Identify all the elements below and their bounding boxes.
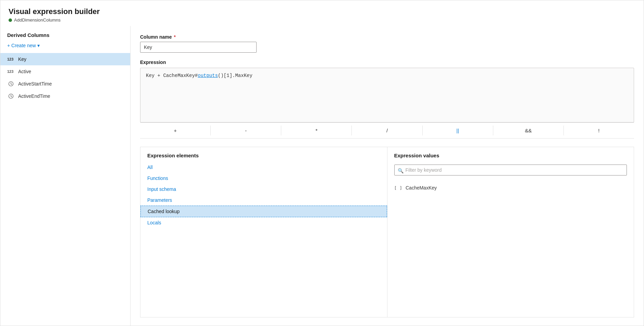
column-name-label: Column name * [140, 34, 634, 40]
header-subtitle: AddDimensionColumns [9, 17, 635, 23]
column-name-section: Column name * [140, 34, 634, 53]
active-label: Active [18, 69, 31, 74]
sidebar-section-title: Derived Columns [0, 26, 130, 41]
bracket-icon: [ ] [394, 185, 402, 191]
expression-section: Expression Key + CacheMaxKey#outputs()[1… [140, 60, 634, 122]
expression-link[interactable]: outputs [198, 73, 218, 78]
operator-divide[interactable]: / [352, 126, 422, 135]
element-functions[interactable]: Functions [140, 173, 387, 184]
operator-not[interactable]: ! [564, 126, 634, 135]
chevron-down-icon: ▾ [37, 43, 40, 48]
create-new-button[interactable]: + Create new ▾ [0, 41, 130, 53]
bottom-panels: Expression elements All Functions Input … [140, 147, 634, 317]
element-locals[interactable]: Locals [140, 217, 387, 228]
elements-list: All Functions Input schema Parameters Ca… [140, 162, 387, 232]
sidebar-item-key[interactable]: 123 Key [0, 53, 130, 65]
expression-code-before: Key + CacheMaxKey# [146, 73, 198, 78]
main-layout: Derived Columns + Create new ▾ 123 Key 1… [0, 26, 644, 326]
key-icon-text: 123 [7, 57, 15, 61]
activeStartTime-label: ActiveStartTime [18, 81, 52, 87]
expression-elements-panel: Expression elements All Functions Input … [140, 147, 387, 317]
app-container: Visual expression builder AddDimensionCo… [0, 0, 644, 326]
expression-label: Expression [140, 60, 634, 65]
element-cached-lookup[interactable]: Cached lookup [140, 206, 387, 217]
operator-plus[interactable]: + [140, 126, 211, 135]
expression-values-title: Expression values [387, 147, 634, 162]
expression-values-panel: Expression values 🔍 [ ] CacheMaxKey [387, 147, 634, 317]
sidebar: Derived Columns + Create new ▾ 123 Key 1… [0, 26, 131, 326]
expression-editor[interactable]: Key + CacheMaxKey#outputs()[1].MaxKey [140, 68, 634, 122]
value-label: CacheMaxKey [406, 185, 437, 191]
operator-and[interactable]: && [493, 126, 564, 135]
create-new-label: + Create new [7, 43, 36, 48]
subtitle-text: AddDimensionColumns [14, 17, 61, 23]
operator-bar: + - * / || && ! [140, 122, 634, 139]
element-input-schema[interactable]: Input schema [140, 184, 387, 195]
expression-code-after: ()[1].MaxKey [218, 73, 252, 78]
operator-multiply[interactable]: * [281, 126, 352, 135]
page-title: Visual expression builder [9, 7, 635, 16]
required-star: * [174, 34, 175, 40]
main-content: Column name * Expression Key + CacheMaxK… [131, 26, 644, 326]
value-cachMaxKey[interactable]: [ ] CacheMaxKey [394, 182, 627, 193]
values-list: [ ] CacheMaxKey [387, 180, 634, 196]
element-all[interactable]: All [140, 162, 387, 173]
sidebar-item-activeEndTime[interactable]: ActiveEndTime [0, 90, 130, 102]
key-label: Key [18, 56, 26, 62]
expression-elements-title: Expression elements [140, 147, 387, 162]
header: Visual expression builder AddDimensionCo… [0, 0, 644, 26]
clock-icon-start [7, 81, 15, 87]
filter-input[interactable] [394, 165, 627, 175]
clock-icon-end [7, 93, 15, 99]
sidebar-list: 123 Key 123 Active ActiveStartT [0, 53, 130, 102]
svg-line-5 [11, 96, 12, 97]
operator-pipe[interactable]: || [423, 126, 493, 135]
sidebar-item-active[interactable]: 123 Active [0, 65, 130, 78]
column-name-input[interactable] [140, 42, 257, 53]
activeEndTime-label: ActiveEndTime [18, 93, 50, 99]
filter-input-wrap: 🔍 [387, 162, 634, 180]
sidebar-item-activeStartTime[interactable]: ActiveStartTime [0, 78, 130, 90]
status-dot [9, 18, 12, 22]
active-icon-text: 123 [7, 69, 15, 74]
operator-minus[interactable]: - [211, 126, 281, 135]
element-parameters[interactable]: Parameters [140, 195, 387, 206]
svg-line-2 [11, 84, 12, 85]
